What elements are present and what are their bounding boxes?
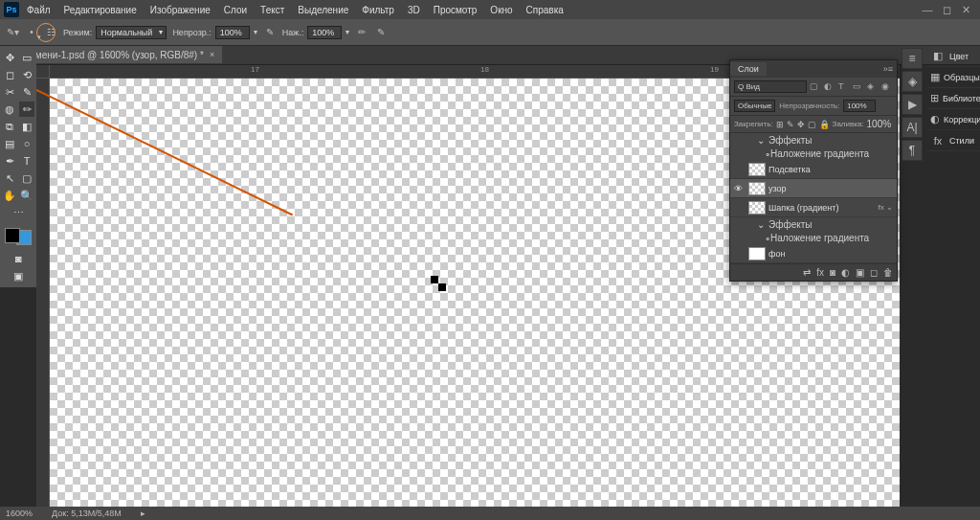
doc-size[interactable]: Док: 5,13M/5,48M [52, 509, 122, 518]
pressure-size-icon[interactable]: ✎ [374, 26, 388, 39]
path-tool[interactable]: ↖ [2, 170, 17, 186]
properties-panel-icon[interactable]: ◈ [902, 71, 923, 92]
pen-tool[interactable]: ✒ [2, 153, 17, 169]
filter-shape-icon[interactable]: ▭ [853, 81, 864, 93]
layer-row[interactable]: Подсветка [730, 160, 897, 179]
layer-thumb[interactable] [748, 163, 766, 176]
filter-image-icon[interactable]: ▢ [810, 81, 821, 93]
menu-help[interactable]: Справка [521, 3, 569, 17]
tool-preset-icon[interactable]: ✎▾ [6, 26, 19, 39]
new-layer-icon[interactable]: ◻ [870, 267, 878, 278]
adjustment-icon[interactable]: ◐ [841, 267, 850, 278]
effect-gradient-overlay[interactable]: ∘ Наложение градиента [730, 147, 897, 160]
character-panel-icon[interactable]: A| [902, 117, 923, 138]
fill-input[interactable]: 100% [867, 119, 893, 129]
shape-tool[interactable]: ▢ [19, 170, 34, 186]
lock-icon[interactable]: 🔒 [819, 120, 830, 129]
panel-adjustments[interactable]: ◐Коррекция [926, 109, 980, 130]
layer-row[interactable]: фон [730, 244, 897, 263]
layer-opacity-input[interactable]: 100% [843, 100, 876, 112]
layer-row[interactable]: Шапка (градиент) fx ⌄ [730, 198, 897, 217]
lock-position-icon[interactable]: ✥ [797, 120, 805, 129]
mask-icon[interactable]: ◙ [830, 267, 835, 278]
effects-group[interactable]: ⌄Эффекты [730, 133, 897, 147]
lasso-tool[interactable]: ⟲ [19, 67, 34, 82]
blend-mode-select[interactable]: Нормальный [96, 26, 167, 39]
layer-thumb[interactable] [748, 247, 766, 260]
panel-swatches[interactable]: ▦Образцы [926, 67, 980, 88]
link-layers-icon[interactable]: ⇄ [803, 267, 811, 278]
quickmask-tool[interactable]: ◙ [11, 251, 26, 266]
panel-styles[interactable]: fxСтили [926, 130, 980, 151]
spot-heal-tool[interactable]: ◍ [2, 102, 17, 117]
filter-adjust-icon[interactable]: ◐ [824, 81, 835, 93]
layer-filter-kind[interactable]: Q Вид [734, 80, 807, 93]
menu-window[interactable]: Окно [484, 3, 518, 17]
layer-blend-mode[interactable]: Обычные [734, 100, 775, 112]
group-icon[interactable]: ▣ [856, 267, 864, 278]
zoom-tool[interactable]: 🔍 [19, 188, 34, 203]
hand-tool[interactable]: ✋ [2, 188, 17, 203]
effects-group[interactable]: ⌄Эффекты [730, 217, 897, 231]
gradient-tool[interactable]: ▤ [2, 136, 17, 151]
pressure-opacity-icon[interactable]: ✎ [263, 26, 277, 39]
panel-color[interactable]: ◧Цвет [926, 46, 980, 67]
close-button[interactable]: ✕ [961, 5, 970, 14]
layers-tab[interactable]: Слои [730, 62, 767, 76]
filter-text-icon[interactable]: T [838, 81, 850, 93]
actions-panel-icon[interactable]: ▶ [902, 94, 923, 115]
menu-file[interactable]: Файл [21, 3, 56, 17]
color-swatch[interactable] [5, 228, 32, 245]
menu-text[interactable]: Текст [255, 3, 290, 17]
foreground-color[interactable] [5, 228, 20, 243]
menu-layers[interactable]: Слои [218, 3, 253, 17]
marquee-tool[interactable]: ◻ [2, 67, 17, 82]
brush-panel-icon[interactable]: ☷ [44, 26, 57, 39]
lock-pixels-icon[interactable]: ✎ [787, 120, 794, 129]
flow-input[interactable]: 100% [307, 26, 342, 39]
menu-filter[interactable]: Фильтр [356, 3, 400, 17]
text-tool[interactable]: T [19, 153, 34, 169]
layer-thumb[interactable] [748, 201, 766, 215]
vertical-ruler[interactable] [36, 79, 50, 507]
eyedropper-tool[interactable]: ✎ [19, 84, 34, 100]
crop-tool[interactable]: ✂ [2, 84, 17, 100]
ruler-origin[interactable] [36, 65, 50, 79]
delete-layer-icon[interactable]: 🗑 [883, 267, 893, 278]
blur-tool[interactable]: ○ [19, 136, 34, 151]
minimize-button[interactable]: — [923, 5, 932, 14]
zoom-level[interactable]: 1600% [6, 509, 33, 518]
brush-tool[interactable]: ✏ [19, 102, 34, 117]
status-caret[interactable]: ▸ [141, 509, 145, 518]
paragraph-panel-icon[interactable]: ¶ [902, 140, 923, 161]
lock-artboard-icon[interactable]: ▢ [808, 120, 816, 129]
menu-3d[interactable]: 3D [402, 3, 426, 17]
close-tab-icon[interactable]: × [210, 50, 214, 59]
history-panel-icon[interactable]: ≡ [902, 48, 923, 69]
opacity-input[interactable]: 100% [215, 26, 250, 39]
edit-toolbar[interactable]: ⋯ [11, 205, 26, 220]
layer-row[interactable]: 👁 узор [730, 179, 897, 198]
layer-thumb[interactable] [748, 182, 766, 195]
clone-tool[interactable]: ⧉ [2, 119, 17, 134]
visibility-toggle[interactable]: 👁 [730, 184, 746, 193]
menu-image[interactable]: Изображение [145, 3, 216, 17]
screenmode-tool[interactable]: ▣ [11, 268, 26, 283]
airbrush-icon[interactable]: ✏ [355, 26, 368, 39]
filter-toggle[interactable]: ◉ [881, 81, 893, 93]
fx-icon[interactable]: fx [816, 267, 824, 278]
eraser-tool[interactable]: ◧ [19, 119, 34, 134]
menu-view[interactable]: Просмотр [428, 3, 483, 17]
document-tab[interactable]: Без имени-1.psd @ 1600% (узор, RGB/8#) *… [4, 46, 222, 63]
menu-edit[interactable]: Редактирование [58, 3, 143, 17]
move-tool[interactable]: ✥ [2, 50, 17, 65]
brush-preset-icon[interactable]: •▾ [25, 26, 38, 39]
effect-gradient-overlay[interactable]: ∘ Наложение градиента [730, 231, 897, 244]
panel-menu-icon[interactable]: »≡ [880, 64, 897, 74]
lock-all-icon[interactable]: ⊞ [776, 120, 784, 129]
artboard-tool[interactable]: ▭ [19, 50, 34, 65]
maximize-button[interactable]: ◻ [942, 5, 951, 14]
fx-badge[interactable]: fx ⌄ [879, 203, 897, 212]
filter-smart-icon[interactable]: ◈ [867, 81, 879, 93]
panel-libraries[interactable]: ⊞Библиотеки [926, 88, 980, 109]
